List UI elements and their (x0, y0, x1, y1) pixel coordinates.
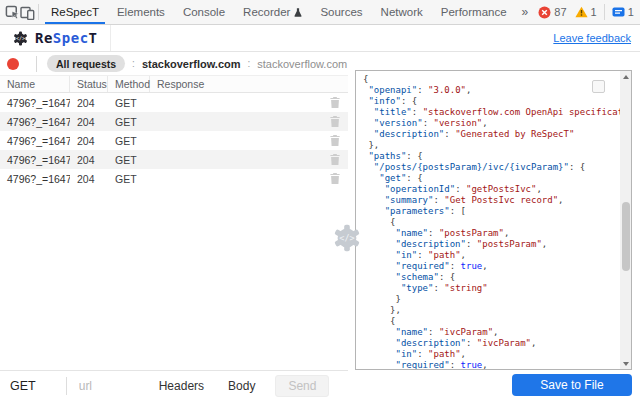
scroll-down-icon[interactable] (620, 358, 631, 369)
json-code: { "openapi": "3.0.0", "info": { "title":… (356, 71, 620, 369)
spec-panel: { "openapi": "3.0.0", "info": { "title":… (348, 52, 640, 400)
table-row[interactable]: 4796?_=16470...204GET (0, 93, 348, 112)
method-select[interactable]: GET (10, 379, 36, 393)
delete-request-button[interactable] (322, 116, 348, 127)
error-count: 87 (554, 6, 566, 18)
panel-tabs: ReSpecT Elements Console Recorder Source… (42, 0, 516, 24)
url-input[interactable] (79, 379, 159, 393)
tab-label: Sources (320, 6, 362, 18)
warning-icon (575, 6, 588, 18)
openapi-spec-viewer: { "openapi": "3.0.0", "info": { "title":… (355, 70, 632, 370)
trash-icon (330, 97, 340, 108)
tab-console[interactable]: Console (174, 0, 234, 24)
tab-respect[interactable]: ReSpecT (42, 0, 108, 24)
tab-performance[interactable]: Performance (432, 0, 516, 24)
devtools-tabbar: ReSpecT Elements Console Recorder Source… (0, 0, 640, 25)
scrollbar[interactable] (620, 71, 631, 369)
tab-sources[interactable]: Sources (311, 0, 371, 24)
trash-icon (330, 135, 340, 146)
table-row[interactable]: 4796?_=16470...204GET (0, 169, 348, 188)
column-header-method[interactable]: Method (108, 76, 150, 92)
filter-separator: : (248, 58, 251, 69)
request-status: 204 (70, 154, 108, 166)
column-header-response[interactable]: Response (150, 76, 322, 92)
divider (604, 4, 605, 20)
message-icon (612, 7, 625, 18)
column-header-name[interactable]: Name (0, 76, 70, 92)
request-status: 204 (70, 135, 108, 147)
delete-request-button[interactable] (322, 154, 348, 165)
filter-all-requests-chip[interactable]: All requests (47, 55, 125, 72)
requests-table-body: 4796?_=16470...204GET4796?_=16470...204G… (0, 93, 348, 188)
svg-text:</>: </> (16, 35, 25, 41)
request-method: GET (108, 173, 150, 185)
devtools-window: ReSpecT Elements Console Recorder Source… (0, 0, 640, 400)
device-toolbar-icon[interactable] (20, 0, 35, 24)
brand: </> ReSpecT (0, 25, 111, 51)
delete-request-button[interactable] (322, 97, 348, 108)
more-tabs-chevron[interactable]: » (516, 5, 535, 19)
request-status: 204 (70, 97, 108, 109)
respect-logo-gear-icon: </> (12, 30, 29, 47)
body-tab[interactable]: Body (228, 379, 255, 393)
warning-badge[interactable]: 1 (571, 6, 601, 18)
trash-icon (330, 116, 340, 127)
status-badges: 87 1 1 (534, 0, 640, 24)
request-name: 4796?_=16470... (0, 173, 70, 185)
request-method: GET (108, 97, 150, 109)
filter-host-active[interactable]: stackoverflow.com (142, 58, 241, 70)
tab-label: ReSpecT (51, 6, 99, 18)
scrollbar-thumb[interactable] (622, 202, 630, 271)
table-row[interactable]: 4796?_=16470...204GET (0, 150, 348, 169)
record-button[interactable] (7, 58, 19, 70)
leave-feedback-link[interactable]: Leave feedback (553, 32, 631, 44)
main-content: All requests : stackoverflow.com : stack… (0, 52, 640, 400)
tab-elements[interactable]: Elements (108, 0, 174, 24)
requests-panel: All requests : stackoverflow.com : stack… (0, 52, 348, 400)
error-icon (538, 6, 551, 19)
request-status: 204 (70, 173, 108, 185)
issues-badge[interactable]: 1 (608, 6, 638, 18)
tab-network[interactable]: Network (372, 0, 432, 24)
capture-toolbar: All requests : stackoverflow.com : stack… (0, 52, 348, 76)
issues-count: 1 (628, 6, 634, 18)
tab-label: Console (183, 6, 225, 18)
column-header-actions (322, 76, 348, 92)
error-badge[interactable]: 87 (534, 6, 570, 19)
headers-tab[interactable]: Headers (159, 379, 204, 393)
copy-checkbox[interactable] (592, 80, 605, 93)
delete-request-button[interactable] (322, 173, 348, 184)
experiment-flask-icon (294, 7, 302, 18)
splitter-gear-badge[interactable]: </> (331, 222, 363, 254)
warning-count: 1 (591, 6, 597, 18)
filter-separator: : (132, 58, 135, 69)
request-status: 204 (70, 116, 108, 128)
tab-label: Recorder (243, 6, 290, 18)
scroll-up-icon[interactable] (620, 71, 631, 82)
request-method: GET (108, 154, 150, 166)
table-row[interactable]: 4796?_=16470...204GET (0, 131, 348, 150)
request-method: GET (108, 135, 150, 147)
extension-header: </> ReSpecT Leave feedback (0, 25, 640, 52)
request-builder-bar: GET Headers Body Send (0, 370, 348, 400)
delete-request-button[interactable] (322, 135, 348, 146)
column-header-status[interactable]: Status (70, 76, 108, 92)
svg-text:</>: </> (339, 233, 354, 243)
tab-recorder[interactable]: Recorder (234, 0, 311, 24)
request-name: 4796?_=16470... (0, 97, 70, 109)
filter-host-inactive[interactable]: stackoverflow.com (257, 58, 347, 70)
trash-icon (330, 154, 340, 165)
table-row[interactable]: 4796?_=16470...204GET (0, 112, 348, 131)
request-name: 4796?_=16470... (0, 154, 70, 166)
request-method: GET (108, 116, 150, 128)
request-name: 4796?_=16470... (0, 135, 70, 147)
trash-icon (330, 173, 340, 184)
save-to-file-button[interactable]: Save to File (512, 374, 632, 396)
inspect-element-icon[interactable] (5, 0, 20, 24)
send-button[interactable]: Send (275, 375, 329, 397)
table-header: Name Status Method Response (0, 76, 348, 93)
tab-label: Performance (441, 6, 507, 18)
tab-label: Network (381, 6, 423, 18)
divider (38, 4, 39, 20)
tab-label: Elements (117, 6, 165, 18)
